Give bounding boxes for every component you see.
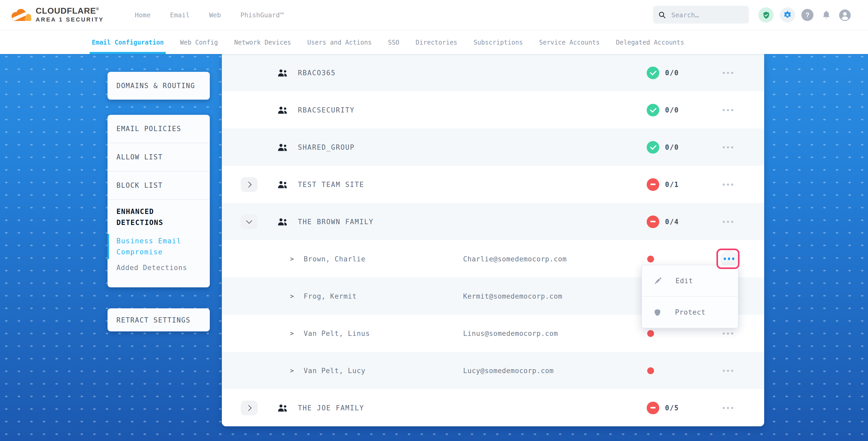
menu-item-label: Edit: [676, 277, 693, 285]
member-email: Linus@somedemocorp.com: [463, 329, 558, 337]
sidebar-item-retract-settings[interactable]: RETRACT SETTINGS: [107, 308, 210, 332]
tab-users-and-actions[interactable]: Users and Actions: [307, 30, 372, 54]
sidebar-item-enhanced-detections[interactable]: ENHANCED DETECTIONS: [117, 206, 201, 228]
tab-subscriptions[interactable]: Subscriptions: [474, 30, 523, 54]
sidebar-item-added-detections[interactable]: Added Detections: [117, 264, 201, 272]
nav-link-home[interactable]: Home: [135, 11, 151, 19]
group-people-icon: [277, 180, 288, 188]
group-people-icon: [277, 69, 288, 76]
group-name: RBACO365: [298, 69, 336, 76]
app-root: CLOUDFLARE® AREA 1 SECURITY Home Email W…: [0, 0, 868, 441]
member-count: 0/0: [665, 69, 679, 76]
status-excluded-dot: [647, 367, 654, 374]
menu-item-protect[interactable]: Protect: [642, 296, 738, 328]
sidebar-card-policies: EMAIL POLICIES ALLOW LIST BLOCK LIST ENH…: [107, 115, 210, 287]
group-people-icon: [277, 143, 288, 151]
expand-row-button[interactable]: [241, 177, 257, 192]
table-row-group[interactable]: TEST TEAM SITE 0/1: [222, 166, 764, 203]
table-row-member[interactable]: > Van Pelt, Lucy Lucy@somedemocorp.com: [222, 352, 764, 389]
row-actions-button[interactable]: [723, 217, 733, 226]
help-icon[interactable]: [801, 9, 813, 21]
row-actions-button[interactable]: [723, 329, 733, 338]
search-box[interactable]: [653, 6, 749, 24]
table-row-group[interactable]: SHARED_GROUP 0/0: [222, 128, 764, 166]
group-people-icon: [277, 106, 288, 114]
shield-check-icon[interactable]: [758, 7, 774, 23]
sidebar-section-enhanced-detections: ENHANCED DETECTIONS Business Email Compr…: [107, 200, 210, 272]
top-header: CLOUDFLARE® AREA 1 SECURITY Home Email W…: [0, 0, 868, 30]
table-row-group[interactable]: RBACSECURITY 0/0: [222, 91, 764, 128]
row-actions-button[interactable]: [723, 366, 733, 375]
row-context-menu: Edit Protect: [642, 265, 739, 328]
table-row-group[interactable]: THE JOE FAMILY 0/5: [222, 389, 764, 426]
logo-mark: ®: [96, 7, 99, 11]
search-input[interactable]: [670, 10, 741, 19]
sidebar-item-email-policies[interactable]: EMAIL POLICIES: [107, 115, 210, 143]
tab-directories[interactable]: Directories: [416, 30, 457, 54]
tabs: Email Configuration Web Config Network D…: [0, 30, 868, 54]
row-actions-button[interactable]: [723, 180, 733, 189]
logo-text: CLOUDFLARE® AREA 1 SECURITY: [36, 7, 104, 23]
member-name: Frog, Kermit: [304, 292, 356, 300]
group-name: THE BROWN FAMILY: [298, 218, 374, 225]
notifications-bell-icon[interactable]: [820, 9, 832, 21]
cloudflare-cloud-icon: [8, 7, 33, 23]
status-excluded-badge: [647, 215, 659, 228]
status-protected-badge: [647, 141, 659, 153]
row-actions-button[interactable]: [723, 106, 733, 114]
chevron-right-icon: >: [290, 329, 294, 337]
nav-link-phishguard[interactable]: PhishGuard™: [241, 11, 284, 19]
collapse-row-button[interactable]: [241, 214, 257, 229]
sidebar-card-retract: RETRACT SETTINGS: [107, 308, 210, 332]
target-highlight-ring: [716, 249, 740, 269]
sidebar-item-domains-routing[interactable]: DOMAINS & ROUTING: [107, 72, 210, 100]
sidebar-item-allow-list[interactable]: ALLOW LIST: [107, 143, 210, 171]
status-excluded-badge: [647, 401, 659, 414]
group-name: THE JOE FAMILY: [298, 404, 364, 412]
group-name: SHARED_GROUP: [298, 143, 355, 151]
member-name: Van Pelt, Lucy: [304, 367, 366, 374]
cloudflare-logo[interactable]: CLOUDFLARE® AREA 1 SECURITY: [8, 7, 104, 23]
sidebar-item-business-email-compromise[interactable]: Business Email Compromise: [117, 235, 201, 257]
member-count: 0/5: [665, 404, 679, 412]
member-count: 0/0: [665, 143, 679, 151]
status-excluded-dot: [647, 330, 654, 337]
nav-link-email[interactable]: Email: [170, 11, 190, 19]
menu-item-edit[interactable]: Edit: [642, 265, 738, 296]
member-count: 0/0: [665, 106, 679, 114]
logo-title: CLOUDFLARE®: [36, 7, 104, 16]
row-actions-button[interactable]: [723, 404, 733, 412]
group-name: TEST TEAM SITE: [298, 180, 364, 188]
tab-email-configuration[interactable]: Email Configuration: [92, 30, 164, 54]
row-actions-button[interactable]: [723, 68, 733, 77]
nav-link-web[interactable]: Web: [209, 11, 221, 19]
search-icon: [658, 11, 666, 19]
directory-groups-table: RBACO365 0/0 RBACSECURITY 0/0 SHARED_GRO…: [222, 54, 764, 426]
chevron-right-icon: >: [290, 367, 294, 374]
table-row-group[interactable]: RBACO365 0/0: [222, 54, 764, 91]
primary-nav: Home Email Web PhishGuard™: [135, 0, 284, 30]
tab-web-config[interactable]: Web Config: [180, 30, 218, 54]
group-people-icon: [277, 404, 288, 412]
settings-gear-icon[interactable]: [780, 7, 795, 23]
table-row-group[interactable]: THE BROWN FAMILY 0/4: [222, 203, 764, 240]
member-email: Lucy@somedemocorp.com: [463, 367, 554, 374]
status-excluded-badge: [647, 178, 659, 191]
logo-subtitle: AREA 1 SECURITY: [36, 17, 104, 23]
chevron-right-icon: >: [290, 292, 294, 300]
menu-item-label: Protect: [675, 308, 706, 316]
member-email: Kermit@somedemocorp.com: [463, 292, 562, 300]
row-actions-button[interactable]: [723, 143, 733, 151]
tab-delegated-accounts[interactable]: Delegated Accounts: [616, 30, 684, 54]
tab-service-accounts[interactable]: Service Accounts: [539, 30, 600, 54]
status-protected-badge: [647, 66, 659, 79]
member-name: Brown, Charlie: [304, 255, 366, 263]
tab-network-devices[interactable]: Network Devices: [234, 30, 291, 54]
user-profile-icon[interactable]: [839, 9, 851, 21]
pencil-icon: [653, 277, 662, 285]
status-protected-badge: [647, 103, 659, 116]
tab-sso[interactable]: SSO: [388, 30, 399, 54]
expand-row-button[interactable]: [241, 400, 257, 415]
sidebar-item-block-list[interactable]: BLOCK LIST: [107, 171, 210, 200]
member-count: 0/4: [665, 218, 679, 225]
